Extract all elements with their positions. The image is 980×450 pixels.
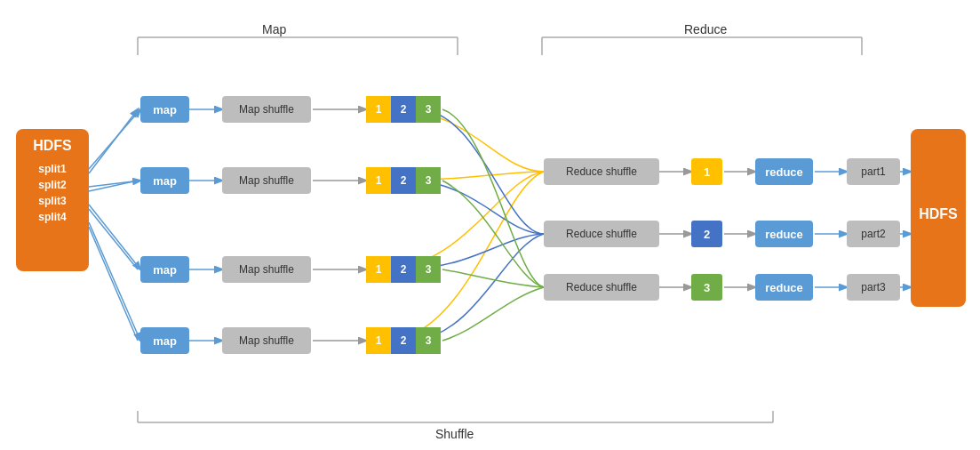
map-shuffle-4: Map shuffle xyxy=(222,327,311,354)
map-section-label: Map xyxy=(262,22,286,36)
map-shuffle-3: Map shuffle xyxy=(222,256,311,283)
map-box-4: map xyxy=(140,327,189,354)
diagram: Map Reduce Shuffle HDFS split1 split2 sp… xyxy=(0,0,980,450)
split4-label: split4 xyxy=(38,211,66,223)
map-box-2: map xyxy=(140,167,189,194)
part-1-blue: 2 xyxy=(391,96,416,123)
part-4-yellow: 1 xyxy=(366,327,391,354)
svg-line-12 xyxy=(89,227,138,341)
part-3-green: 3 xyxy=(416,256,441,283)
reduce-section-label: Reduce xyxy=(684,22,727,36)
part-3-yellow: 1 xyxy=(366,256,391,283)
partition-group-4: 1 2 3 xyxy=(366,327,441,354)
svg-line-36 xyxy=(89,222,140,341)
part-3-blue: 2 xyxy=(391,256,416,283)
reduce-box-2: reduce xyxy=(755,221,813,247)
partition-group-2: 1 2 3 xyxy=(366,167,441,194)
part-4-blue: 2 xyxy=(391,327,416,354)
shuffle-label: Shuffle xyxy=(435,427,474,441)
reduce-out-1: 1 xyxy=(691,158,722,185)
part-4-green: 3 xyxy=(416,327,441,354)
split2-label: split2 xyxy=(38,179,66,191)
hdfs-right-title: HDFS xyxy=(919,206,958,222)
part-2-green: 3 xyxy=(416,167,441,194)
svg-line-33 xyxy=(89,109,140,169)
connection-lines xyxy=(0,0,980,450)
out-part-3: part3 xyxy=(847,274,900,301)
reduce-shuffle-1: Reduce shuffle xyxy=(544,158,659,185)
svg-line-34 xyxy=(89,181,140,187)
svg-line-10 xyxy=(89,181,138,191)
map-box-3: map xyxy=(140,256,189,283)
out-part-2: part2 xyxy=(847,221,900,247)
hdfs-left-title: HDFS xyxy=(33,138,72,154)
reduce-shuffle-2: Reduce shuffle xyxy=(544,221,659,247)
reduce-box-1: reduce xyxy=(755,158,813,185)
svg-line-9 xyxy=(89,109,138,173)
reduce-out-2: 2 xyxy=(691,221,722,247)
split3-label: split3 xyxy=(38,195,66,207)
part-1-green: 3 xyxy=(416,96,441,123)
hdfs-left: HDFS split1 split2 split3 split4 xyxy=(16,129,89,271)
part-2-yellow: 1 xyxy=(366,167,391,194)
svg-line-11 xyxy=(89,209,138,269)
part-1-yellow: 1 xyxy=(366,96,391,123)
reduce-out-3: 3 xyxy=(691,274,722,301)
map-shuffle-2: Map shuffle xyxy=(222,167,311,194)
map-box-1: 1map xyxy=(140,96,189,123)
split1-label: split1 xyxy=(38,163,66,175)
svg-line-35 xyxy=(89,205,140,269)
reduce-shuffle-3: Reduce shuffle xyxy=(544,274,659,301)
map-shuffle-1: Map shuffle xyxy=(222,96,311,123)
reduce-box-3: reduce xyxy=(755,274,813,301)
partition-group-3: 1 2 3 xyxy=(366,256,441,283)
out-part-1: part1 xyxy=(847,158,900,185)
partition-group-1: 1 2 3 xyxy=(366,96,441,123)
hdfs-right: HDFS xyxy=(911,129,966,307)
part-2-blue: 2 xyxy=(391,167,416,194)
